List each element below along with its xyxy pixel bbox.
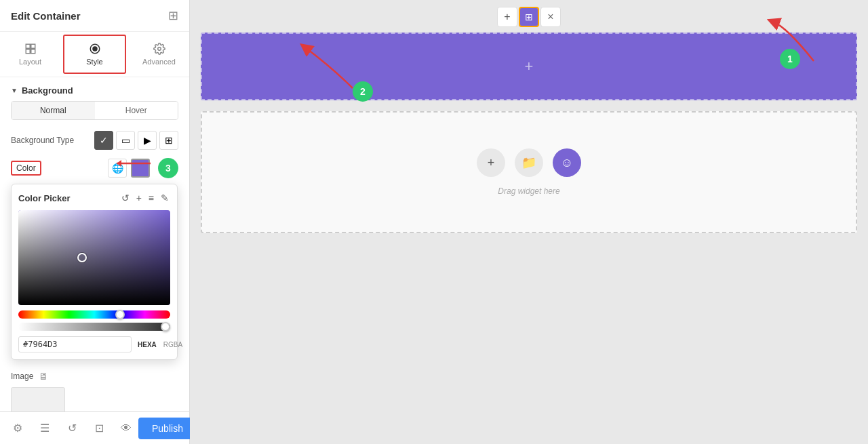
hue-slider[interactable] (18, 310, 170, 319)
step-1-circle: 1 (780, 49, 800, 69)
grid-icon[interactable]: ⊞ (168, 8, 178, 23)
tab-advanced[interactable]: Advanced (129, 32, 189, 77)
bg-type-video[interactable]: ▶ (138, 131, 157, 150)
svg-rect-1 (31, 44, 35, 48)
background-type-icons: ✓ ▭ ▶ ⊞ (94, 131, 178, 150)
bottom-bar: ⚙ ☰ ↺ ⊡ 👁 Publish ▲ (0, 411, 189, 444)
hex-input-row: HEXA RGBA HSLA (18, 336, 170, 352)
history-icon-btn[interactable]: ↺ (60, 416, 84, 441)
color-picker-title: Color Picker (18, 193, 71, 203)
global-color-icon[interactable]: 🌐 (108, 159, 127, 178)
canvas-close-btn[interactable]: × (540, 7, 561, 27)
cp-eyedropper-btn[interactable]: ✎ (159, 191, 170, 205)
hex-input[interactable] (18, 336, 132, 352)
canvas-action-buttons: + 📁 ☺ (477, 148, 581, 177)
background-chevron: ▼ (11, 87, 18, 94)
background-mode-tabs: Normal Hover (11, 101, 178, 120)
preview-icon-btn[interactable]: 👁 (114, 416, 138, 441)
background-section-header[interactable]: ▼ Background (0, 77, 189, 101)
canvas-center-plus: + (525, 58, 534, 75)
canvas-purple-block: + (201, 33, 857, 100)
color-picker-actions: ↺ + ≡ ✎ (120, 191, 170, 205)
color-controls: 🌐 (108, 159, 150, 178)
image-label: Image (11, 371, 33, 381)
cp-palette-btn[interactable]: ≡ (147, 191, 155, 205)
panel-title: Edit Container (11, 10, 81, 22)
background-type-label: Background Type (11, 136, 89, 145)
canvas-top-controls: + ⊞ × (497, 7, 561, 27)
alpha-slider-container (18, 323, 170, 331)
bg-type-none[interactable]: ✓ (94, 131, 113, 150)
color-picker-popup: Color Picker ↺ + ≡ ✎ (11, 184, 178, 360)
cp-reset-btn[interactable]: ↺ (120, 191, 131, 205)
step3-annotation: 3 (158, 158, 178, 178)
color-gradient-canvas[interactable] (18, 210, 170, 305)
image-placeholder (11, 387, 65, 411)
mode-rgba[interactable]: RGBA (161, 340, 184, 350)
cp-add-btn[interactable]: + (135, 191, 143, 205)
background-section-title: Background (22, 85, 73, 96)
svg-rect-0 (26, 44, 30, 48)
bottom-icons: ⚙ ☰ ↺ ⊡ 👁 (5, 416, 138, 441)
canvas-smiley-btn[interactable]: ☺ (553, 148, 581, 177)
svg-rect-3 (31, 49, 35, 54)
left-panel: Edit Container ⊞ Layout Style Advanced ▼ (0, 0, 190, 444)
panel-body: ▼ Background Normal Hover Background Typ… (0, 77, 189, 411)
tab-style-label: Style (86, 58, 102, 66)
mode-hsla[interactable]: HSLA (187, 340, 189, 350)
image-row: Image 🖥 (0, 368, 189, 387)
settings-icon-btn[interactable]: ⚙ (5, 416, 30, 441)
bg-tab-hover[interactable]: Hover (95, 102, 178, 119)
step1-annotation: 1 (780, 49, 800, 69)
bg-tab-normal[interactable]: Normal (12, 102, 95, 119)
alpha-thumb[interactable] (161, 322, 170, 331)
layers-icon-btn[interactable]: ☰ (33, 416, 57, 441)
svg-rect-2 (26, 49, 30, 54)
tab-advanced-label: Advanced (142, 58, 176, 66)
mode-hexa[interactable]: HEXA (136, 340, 159, 350)
canvas-drag-text: Drag widget here (498, 186, 559, 196)
canvas-add-btn[interactable]: + (497, 7, 517, 27)
canvas-add-widget-btn[interactable]: + (477, 148, 505, 177)
color-label: Color (11, 161, 41, 176)
color-mode-tabs: HEXA RGBA HSLA (136, 340, 189, 350)
publish-button[interactable]: Publish (138, 418, 197, 439)
hue-slider-container (18, 310, 170, 319)
tab-layout-label: Layout (19, 58, 41, 66)
svg-point-4 (92, 46, 98, 52)
bg-type-pattern[interactable]: ⊞ (159, 131, 178, 150)
canvas-empty-block: + 📁 ☺ Drag widget here (201, 111, 857, 233)
color-row: Color 🌐 3 (0, 155, 189, 184)
canvas-area: + ⊞ × 1 + + 📁 ☺ D (190, 0, 868, 444)
step-3-circle: 3 (158, 158, 178, 178)
canvas-folder-btn[interactable]: 📁 (515, 148, 543, 177)
tab-style[interactable]: Style (63, 35, 126, 74)
bg-type-image[interactable]: ▭ (116, 131, 135, 150)
canvas-grid-btn[interactable]: ⊞ (519, 7, 539, 27)
svg-point-6 (157, 47, 161, 51)
template-icon-btn[interactable]: ⊡ (87, 416, 111, 441)
alpha-slider[interactable] (18, 323, 170, 331)
panel-tabs: Layout Style Advanced (0, 32, 189, 77)
color-cursor (77, 253, 87, 262)
tab-layout[interactable]: Layout (0, 32, 60, 77)
color-picker-header: Color Picker ↺ + ≡ ✎ (18, 191, 170, 205)
background-type-row: Background Type ✓ ▭ ▶ ⊞ (0, 128, 189, 155)
color-swatch[interactable] (131, 159, 150, 178)
hue-thumb[interactable] (115, 310, 125, 319)
panel-header: Edit Container ⊞ (0, 0, 189, 32)
monitor-icon: 🖥 (39, 371, 48, 382)
